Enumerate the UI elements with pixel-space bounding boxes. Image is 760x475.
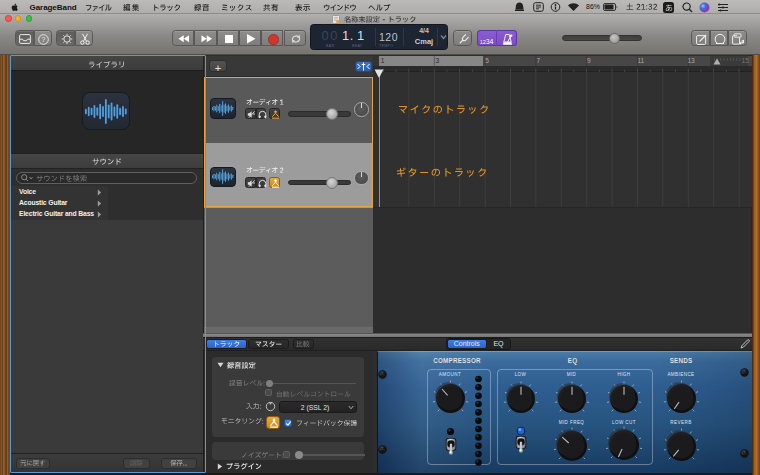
svg-text:?: ? — [42, 36, 46, 43]
